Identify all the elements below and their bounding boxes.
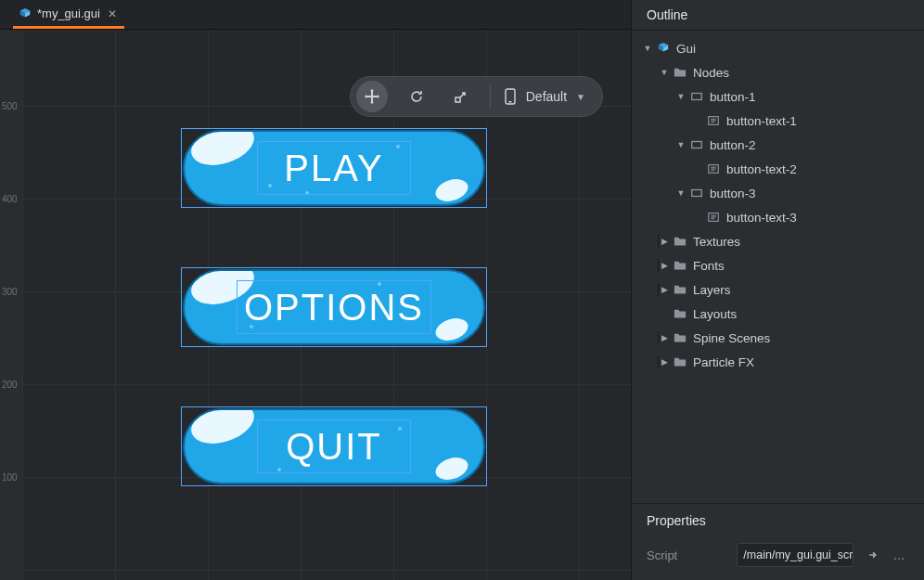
canvas-toolbar: Default ▼ (350, 76, 603, 117)
ruler-vertical: 500 400 300 200 100 (0, 30, 22, 580)
tree-node-button-2[interactable]: button-2 (632, 133, 924, 157)
device-icon (504, 88, 517, 105)
svg-rect-2 (692, 94, 702, 100)
expand-icon[interactable] (658, 235, 671, 248)
tree-node-nodes[interactable]: Nodes (632, 60, 924, 84)
folder-icon (673, 330, 687, 345)
gui-node-button-1[interactable]: PLAY (181, 128, 487, 208)
outline-panel-title: Outline (632, 0, 924, 31)
expand-icon[interactable] (658, 283, 671, 296)
move-tool-button[interactable] (356, 81, 388, 112)
svg-rect-6 (692, 190, 702, 197)
gui-button-label: PLAY (181, 128, 487, 208)
properties-panel: Properties Script /main/my_gui.gui_scrip… (632, 503, 924, 580)
tree-node-gui[interactable]: Gui (632, 36, 924, 60)
more-button[interactable]: … (889, 545, 909, 565)
tree-node-layouts[interactable]: Layouts (632, 302, 924, 326)
gui-file-icon (19, 7, 32, 20)
tree-node-button-1[interactable]: button-1 (632, 84, 924, 109)
expand-icon[interactable] (641, 42, 654, 55)
text-node-icon (706, 210, 721, 225)
tree-node-textures[interactable]: Textures (632, 229, 924, 253)
expand-icon[interactable] (674, 90, 687, 103)
folder-icon (673, 234, 687, 249)
expand-icon[interactable] (658, 66, 671, 79)
gui-node-button-3[interactable]: QUIT (181, 406, 487, 486)
folder-icon (673, 258, 687, 273)
tree-node-button-text-1[interactable]: button-text-1 (632, 109, 924, 133)
device-label: Default (526, 89, 567, 104)
expand-icon[interactable] (674, 187, 687, 200)
property-field-script[interactable]: /main/my_gui.gui_scrip (737, 543, 853, 567)
properties-panel-title: Properties (632, 504, 924, 535)
gui-node-button-2[interactable]: OPTIONS (181, 267, 487, 347)
svg-rect-1 (508, 101, 511, 103)
goto-resource-button[interactable] (863, 545, 883, 565)
canvas[interactable]: 500 400 300 200 100 (0, 30, 631, 580)
svg-rect-4 (692, 142, 702, 148)
close-icon[interactable]: ✕ (106, 7, 117, 20)
expand-icon[interactable] (658, 331, 671, 344)
folder-icon (673, 354, 687, 369)
tree-node-spine-scenes[interactable]: Spine Scenes (632, 326, 924, 350)
scale-tool-button[interactable] (445, 81, 477, 112)
rotate-tool-button[interactable] (401, 81, 432, 112)
text-node-icon (706, 161, 721, 176)
chevron-down-icon: ▼ (576, 92, 585, 102)
box-node-icon (689, 186, 704, 200)
folder-icon (673, 306, 687, 321)
expand-icon[interactable] (658, 355, 671, 368)
folder-icon (673, 65, 687, 80)
tree-node-button-3[interactable]: button-3 (632, 181, 924, 205)
outline-tree: Gui Nodes button-1 (632, 31, 924, 503)
gui-button-label: QUIT (181, 406, 487, 486)
device-preset-button[interactable]: Default ▼ (504, 88, 589, 105)
expand-icon[interactable] (674, 138, 687, 151)
tab-bar: *my_gui.gui ✕ (0, 0, 631, 30)
box-node-icon (689, 89, 704, 104)
tab-title: *my_gui.gui (37, 6, 100, 20)
gui-button-label: OPTIONS (181, 267, 487, 347)
tree-node-layers[interactable]: Layers (632, 277, 924, 302)
tree-node-button-text-3[interactable]: button-text-3 (632, 205, 924, 229)
box-node-icon (689, 137, 704, 152)
tab-my-gui[interactable]: *my_gui.gui ✕ (13, 1, 124, 29)
text-node-icon (706, 113, 721, 128)
tree-node-button-text-2[interactable]: button-text-2 (632, 157, 924, 181)
gui-icon (656, 41, 671, 56)
property-label-script: Script (647, 548, 727, 562)
tree-node-particle-fx[interactable]: Particle FX (632, 350, 924, 374)
expand-icon[interactable] (658, 259, 671, 272)
folder-icon (673, 282, 687, 297)
tree-node-fonts[interactable]: Fonts (632, 253, 924, 277)
